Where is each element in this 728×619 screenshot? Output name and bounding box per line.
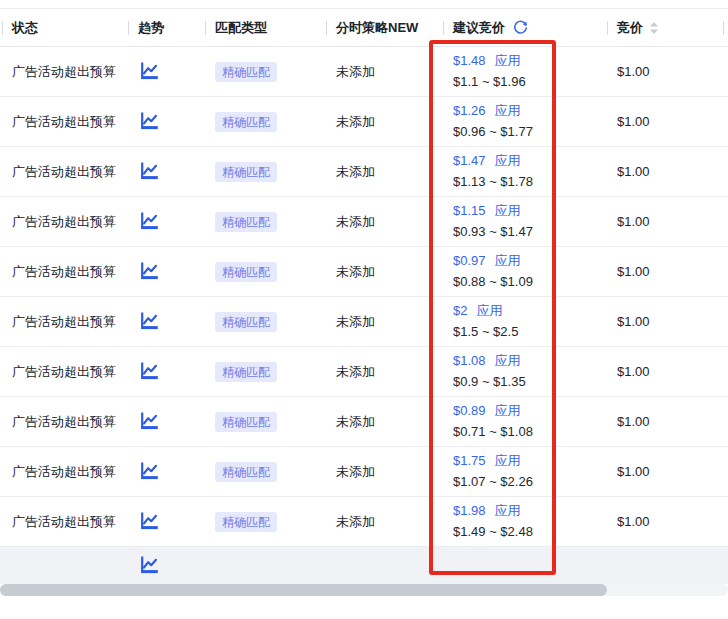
trend-chart-icon[interactable] — [138, 509, 160, 531]
match-type-badge: 精确匹配 — [215, 262, 277, 282]
apply-bid-link[interactable]: 应用 — [495, 403, 521, 418]
horizontal-scrollbar-thumb[interactable] — [0, 584, 607, 596]
match-type-badge: 精确匹配 — [215, 462, 277, 482]
suggested-bid-cell: $1.98应用 $1.49 ~ $2.48 — [443, 501, 607, 542]
trend-chart-icon[interactable] — [138, 409, 160, 431]
apply-bid-link[interactable]: 应用 — [495, 453, 521, 468]
dayparting-text: 未添加 — [336, 514, 375, 529]
bid-cell: $1.00 — [607, 314, 728, 329]
column-header-match-type-label: 匹配类型 — [215, 19, 267, 37]
refresh-icon[interactable] — [513, 20, 528, 35]
trend-chart-icon[interactable] — [138, 309, 160, 331]
status-cell: 广告活动超出预算 — [0, 513, 128, 531]
apply-bid-link[interactable]: 应用 — [495, 203, 521, 218]
table-row: 广告活动超出预算 精确匹配 未添加 $1.75应用 — [0, 447, 728, 497]
trend-cell — [128, 209, 205, 234]
suggested-bid-value: $1.15 — [453, 203, 486, 218]
suggested-bid-cell: $1.26应用 $0.96 ~ $1.77 — [443, 101, 607, 142]
dayparting-cell: 未添加 — [326, 413, 443, 431]
bid-value[interactable]: $1.00 — [617, 264, 650, 279]
match-type-cell: 精确匹配 — [205, 62, 326, 82]
bid-cell: $1.00 — [607, 114, 728, 129]
apply-bid-link[interactable]: 应用 — [495, 153, 521, 168]
dayparting-cell: 未添加 — [326, 313, 443, 331]
table-row: 广告活动超出预算 精确匹配 未添加 $2应用 — [0, 297, 728, 347]
table-row: 广告活动超出预算 精确匹配 未添加 $1.15应用 — [0, 197, 728, 247]
status-cell: 广告活动超出预算 — [0, 163, 128, 181]
status-text: 广告活动超出预算 — [12, 114, 116, 129]
dayparting-cell: 未添加 — [326, 163, 443, 181]
sort-icon[interactable] — [649, 21, 659, 35]
column-header-status: 状态 — [0, 9, 128, 46]
apply-bid-link[interactable]: 应用 — [495, 253, 521, 268]
table-row: 广告活动超出预算 精确匹配 未添加 $1.98应用 — [0, 497, 728, 547]
dayparting-text: 未添加 — [336, 364, 375, 379]
match-type-badge: 精确匹配 — [215, 412, 277, 432]
trend-chart-icon[interactable] — [138, 59, 160, 81]
trend-chart-icon[interactable] — [138, 459, 160, 481]
bid-value[interactable]: $1.00 — [617, 364, 650, 379]
horizontal-scrollbar-track[interactable] — [0, 584, 728, 596]
bid-value[interactable]: $1.00 — [617, 514, 650, 529]
bid-cell: $1.00 — [607, 164, 728, 179]
match-type-badge: 精确匹配 — [215, 362, 277, 382]
dayparting-text: 未添加 — [336, 264, 375, 279]
match-type-cell: 精确匹配 — [205, 312, 326, 332]
status-cell: 广告活动超出预算 — [0, 313, 128, 331]
dayparting-cell: 未添加 — [326, 513, 443, 531]
suggested-bid-value: $0.89 — [453, 403, 486, 418]
trend-chart-icon[interactable] — [138, 109, 160, 131]
apply-bid-link[interactable]: 应用 — [495, 53, 521, 68]
trend-chart-icon[interactable] — [138, 209, 160, 231]
dayparting-text: 未添加 — [336, 464, 375, 479]
bid-value[interactable]: $1.00 — [617, 314, 650, 329]
trend-chart-icon[interactable] — [138, 159, 160, 181]
apply-bid-link[interactable]: 应用 — [476, 303, 502, 318]
table-row: 广告活动超出预算 精确匹配 未添加 $1.47应用 — [0, 147, 728, 197]
column-header-suggested-bid: 建议竞价 — [443, 9, 607, 46]
suggested-bid-cell: $1.75应用 $1.07 ~ $2.26 — [443, 451, 607, 492]
dayparting-cell: 未添加 — [326, 363, 443, 381]
suggested-bid-cell: $1.08应用 $0.9 ~ $1.35 — [443, 351, 607, 392]
table-row: 广告活动超出预算 精确匹配 未添加 $1.08应用 — [0, 347, 728, 397]
suggested-bid-range: $0.9 ~ $1.35 — [453, 372, 607, 392]
apply-bid-link[interactable]: 应用 — [495, 103, 521, 118]
suggested-bid-cell: $1.47应用 $1.13 ~ $1.78 — [443, 151, 607, 192]
trend-chart-icon[interactable] — [138, 359, 160, 381]
suggested-bid-cell: $2应用 $1.5 ~ $2.5 — [443, 301, 607, 342]
match-type-badge: 精确匹配 — [215, 62, 277, 82]
status-cell: 广告活动超出预算 — [0, 213, 128, 231]
match-type-cell: 精确匹配 — [205, 162, 326, 182]
bid-value[interactable]: $1.00 — [617, 114, 650, 129]
column-header-trend-label: 趋势 — [138, 19, 164, 37]
suggested-bid-cell: $1.48应用 $1.1 ~ $1.96 — [443, 51, 607, 92]
bid-value[interactable]: $1.00 — [617, 164, 650, 179]
trend-cell — [128, 59, 205, 84]
bid-cell: $1.00 — [607, 414, 728, 429]
bid-value[interactable]: $1.00 — [617, 214, 650, 229]
dayparting-cell: 未添加 — [326, 463, 443, 481]
suggested-bid-value: $2 — [453, 303, 467, 318]
suggested-bid-range: $0.93 ~ $1.47 — [453, 222, 607, 242]
trend-chart-icon[interactable] — [138, 259, 160, 281]
suggested-bid-value: $0.97 — [453, 253, 486, 268]
suggested-bid-cell: $0.89应用 $0.71 ~ $1.08 — [443, 401, 607, 442]
ads-keyword-table-page: 状态 趋势 匹配类型 分时策略NEW 建议竞价 竞价 — [0, 0, 728, 619]
status-text: 广告活动超出预算 — [12, 164, 116, 179]
suggested-bid-range: $1.13 ~ $1.78 — [453, 172, 607, 192]
bid-value[interactable]: $1.00 — [617, 414, 650, 429]
trend-cell — [128, 553, 205, 578]
suggested-bid-range: $1.07 ~ $2.26 — [453, 472, 607, 492]
dayparting-text: 未添加 — [336, 114, 375, 129]
suggested-bid-value: $1.26 — [453, 103, 486, 118]
table-row: 广告活动超出预算 精确匹配 未添加 $0.89应用 — [0, 397, 728, 447]
header-end-divider — [723, 21, 724, 35]
apply-bid-link[interactable]: 应用 — [495, 353, 521, 368]
match-type-cell: 精确匹配 — [205, 262, 326, 282]
apply-bid-link[interactable]: 应用 — [495, 503, 521, 518]
bid-value[interactable]: $1.00 — [617, 464, 650, 479]
bid-value[interactable]: $1.00 — [617, 64, 650, 79]
suggested-bid-range: $0.96 ~ $1.77 — [453, 122, 607, 142]
match-type-cell: 精确匹配 — [205, 112, 326, 132]
trend-chart-icon[interactable] — [138, 553, 160, 575]
